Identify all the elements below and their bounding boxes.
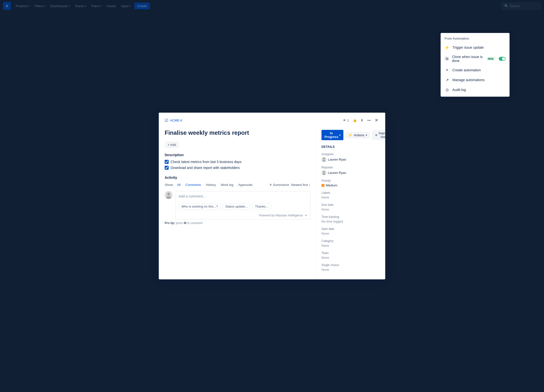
due-date-value: None bbox=[321, 208, 380, 211]
thumbsup-icon: 👍 bbox=[353, 119, 357, 122]
avatar bbox=[165, 191, 173, 199]
issue-title: Finalise weekly metrics report bbox=[165, 129, 310, 136]
watch-button[interactable]: 👁 1 bbox=[342, 118, 350, 123]
filter-all[interactable]: All bbox=[176, 182, 182, 187]
reporter-avatar bbox=[321, 170, 326, 175]
priority-icon bbox=[321, 184, 324, 187]
checkbox-1[interactable] bbox=[165, 160, 169, 164]
dropdown-item-create[interactable]: + Create automation bbox=[441, 65, 510, 75]
comment-footer: Powered by Atlassian Intelligence ✳ bbox=[176, 211, 310, 219]
ellipsis-icon: ••• bbox=[367, 119, 371, 122]
priority-row: Priority Medium bbox=[321, 179, 380, 187]
assignee-row: Assignee Lauren Ryan bbox=[321, 152, 380, 162]
dropdown-item-trigger[interactable]: ⚡ Trigger issue update bbox=[441, 43, 510, 52]
filter-history[interactable]: History bbox=[204, 182, 217, 187]
modal-body: Finalise weekly metrics report + Add Des… bbox=[159, 126, 385, 279]
reporter-value: Lauren Ryan bbox=[321, 170, 380, 175]
time-tracking-value: No time logged bbox=[321, 220, 380, 223]
checklist-item: Check latest metrics from last 5 busines… bbox=[165, 160, 310, 164]
description-title: Description bbox=[165, 153, 310, 157]
ai-footer-text: Powered by Atlassian Intelligence bbox=[259, 214, 303, 217]
assignee-avatar bbox=[321, 157, 326, 162]
lightning-icon: ⚡ bbox=[445, 45, 449, 50]
reporter-label: Reporter bbox=[321, 166, 380, 169]
comment-placeholder[interactable]: Add a comment... bbox=[176, 191, 310, 201]
svg-point-7 bbox=[323, 171, 325, 173]
activity-title: Activity bbox=[165, 176, 310, 180]
start-date-row: Start date None bbox=[321, 227, 380, 235]
right-panel: In Progress ▾ ⚡ Actions ▾ ✳ Improve issu… bbox=[316, 126, 385, 279]
labels-label: Labels bbox=[321, 191, 380, 195]
left-panel: Finalise weekly metrics report + Add Des… bbox=[159, 126, 316, 279]
issue-type-icon: ☑ bbox=[165, 118, 168, 123]
external-link-icon: ↗ bbox=[445, 77, 449, 82]
eye-icon: 👁 bbox=[343, 119, 346, 122]
close-button[interactable]: ✕ bbox=[374, 117, 379, 124]
issue-id: ACME-6 bbox=[170, 119, 182, 122]
dropdown-header: From Automation bbox=[441, 35, 510, 43]
checklist-item: Download and share report with stakehold… bbox=[165, 166, 310, 170]
reporter-row: Reporter Lauren Ryan bbox=[321, 166, 380, 175]
description-section: Description Check latest metrics from la… bbox=[165, 153, 310, 170]
like-button[interactable]: 👍 bbox=[352, 118, 358, 123]
activity-filters: Show: All Comments History Work log Appr… bbox=[165, 182, 310, 187]
improve-icon: ✳ bbox=[375, 133, 378, 137]
category-row: Category None bbox=[321, 239, 380, 247]
assignee-label: Assignee bbox=[321, 152, 380, 156]
checklist-label-2: Download and share report with stakehold… bbox=[171, 166, 240, 170]
due-date-label: Due date bbox=[321, 203, 380, 207]
dropdown-item-manage[interactable]: ↗ Manage automations bbox=[441, 75, 510, 85]
more-options-button[interactable]: ••• bbox=[366, 118, 372, 123]
plus-icon: + bbox=[445, 68, 449, 73]
single-choice-value: None bbox=[321, 268, 380, 271]
dropdown-item-clone[interactable]: ⧉ Clone when issue is done NEW bbox=[441, 52, 510, 65]
team-label: Team bbox=[321, 251, 380, 255]
filter-worklog[interactable]: Work log bbox=[219, 182, 235, 187]
summarize-button[interactable]: ✳ Summarize bbox=[269, 183, 289, 187]
actions-button[interactable]: ⚡ Actions ▾ bbox=[345, 132, 370, 138]
pro-tip: Pro tip: press M to comment bbox=[165, 221, 310, 225]
add-button[interactable]: + Add bbox=[165, 141, 179, 148]
time-tracking-row: Time tracking No time logged bbox=[321, 215, 380, 223]
checklist-label-1: Check latest metrics from last 5 busines… bbox=[171, 160, 241, 164]
comment-suggestions: Who is working on this...? Status update… bbox=[176, 201, 310, 211]
svg-point-4 bbox=[323, 158, 325, 160]
sort-button[interactable]: Newest first ↕ bbox=[291, 183, 310, 187]
priority-value: Medium bbox=[321, 183, 380, 187]
modal-overlay[interactable]: ☑ ACME-6 👁 1 👍 ⬆ ••• ✕ bbox=[0, 0, 544, 392]
single-choice-row: Single choice None bbox=[321, 263, 380, 271]
clock-icon: ⊙ bbox=[445, 87, 449, 92]
suggestion-1[interactable]: Who is working on this...? bbox=[179, 203, 221, 210]
header-actions: 👁 1 👍 ⬆ ••• ✕ bbox=[342, 117, 379, 124]
ai-icon: ✳ bbox=[305, 214, 307, 217]
assignee-value: Lauren Ryan bbox=[321, 157, 380, 162]
suggestion-3[interactable]: Thanks... bbox=[252, 203, 271, 210]
priority-label: Priority bbox=[321, 179, 380, 182]
due-date-row: Due date None bbox=[321, 203, 380, 211]
status-button[interactable]: In Progress ▾ bbox=[321, 130, 343, 140]
clone-toggle[interactable] bbox=[499, 57, 506, 61]
clone-icon: ⧉ bbox=[445, 57, 449, 61]
suggestion-2[interactable]: Status update... bbox=[223, 203, 250, 210]
chevron-down-icon: ▾ bbox=[339, 134, 340, 136]
issue-modal: ☑ ACME-6 👁 1 👍 ⬆ ••• ✕ bbox=[159, 113, 385, 279]
comment-input[interactable]: Add a comment... Who is working on this.… bbox=[176, 191, 310, 219]
details-section-label: Details bbox=[321, 145, 380, 149]
comment-box: Add a comment... Who is working on this.… bbox=[165, 191, 310, 219]
sparkle-icon: ✳ bbox=[269, 183, 272, 187]
actions-dropdown: From Automation ⚡ Trigger issue update ⧉… bbox=[441, 33, 510, 97]
sort-icon: ↕ bbox=[309, 183, 311, 187]
filter-approvals[interactable]: Approvals bbox=[237, 182, 254, 187]
labels-value: None bbox=[321, 196, 380, 199]
category-label: Category bbox=[321, 239, 380, 243]
improve-button[interactable]: ✳ Improve issue bbox=[372, 130, 385, 140]
share-button[interactable]: ⬆ bbox=[360, 118, 364, 123]
dropdown-item-audit[interactable]: ⊙ Audit log bbox=[441, 85, 510, 95]
lightning-icon: ⚡ bbox=[348, 133, 352, 137]
filter-comments[interactable]: Comments bbox=[184, 182, 203, 187]
chevron-down-icon: ▾ bbox=[366, 134, 367, 136]
modal-header: ☑ ACME-6 👁 1 👍 ⬆ ••• ✕ bbox=[159, 113, 385, 126]
category-value: None bbox=[321, 244, 380, 247]
checkbox-2[interactable] bbox=[165, 166, 169, 170]
new-badge: NEW bbox=[487, 57, 495, 61]
